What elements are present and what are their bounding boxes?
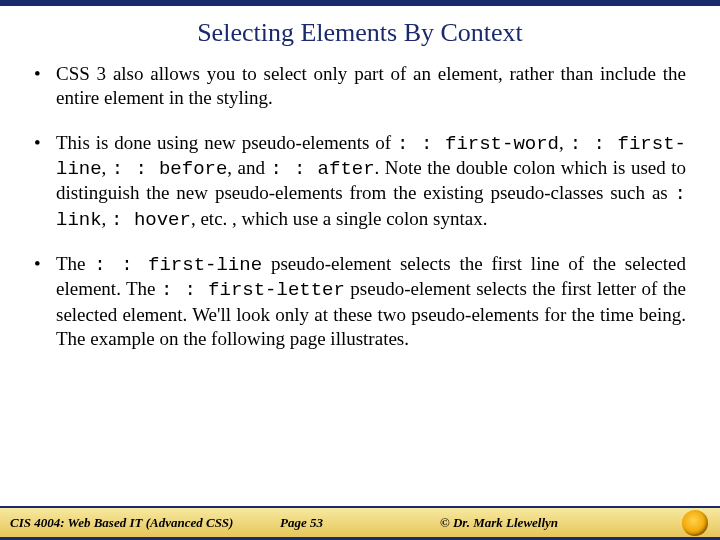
bullet-text: This is done using new pseudo-elements o… xyxy=(56,131,686,232)
bullet-item: • The : : first-line pseudo-element sele… xyxy=(34,252,686,351)
bullet-text: The : : first-line pseudo-element select… xyxy=(56,252,686,351)
slide-title: Selecting Elements By Context xyxy=(0,6,720,62)
bullet-item: • This is done using new pseudo-elements… xyxy=(34,131,686,232)
slide: Selecting Elements By Context • CSS 3 al… xyxy=(0,0,720,540)
bullet-dot: • xyxy=(34,62,56,111)
bullet-text: CSS 3 also allows you to select only par… xyxy=(56,62,686,111)
bullet-dot: • xyxy=(34,252,56,351)
footer-page: Page 53 xyxy=(280,515,440,531)
bullet-item: • CSS 3 also allows you to select only p… xyxy=(34,62,686,111)
bullet-dot: • xyxy=(34,131,56,232)
footer-course: CIS 4004: Web Based IT (Advanced CSS) xyxy=(10,515,280,531)
slide-content: • CSS 3 also allows you to select only p… xyxy=(0,62,720,351)
slide-footer: CIS 4004: Web Based IT (Advanced CSS) Pa… xyxy=(0,506,720,540)
footer-author: © Dr. Mark Llewellyn xyxy=(440,515,710,531)
university-logo-icon xyxy=(682,510,708,536)
